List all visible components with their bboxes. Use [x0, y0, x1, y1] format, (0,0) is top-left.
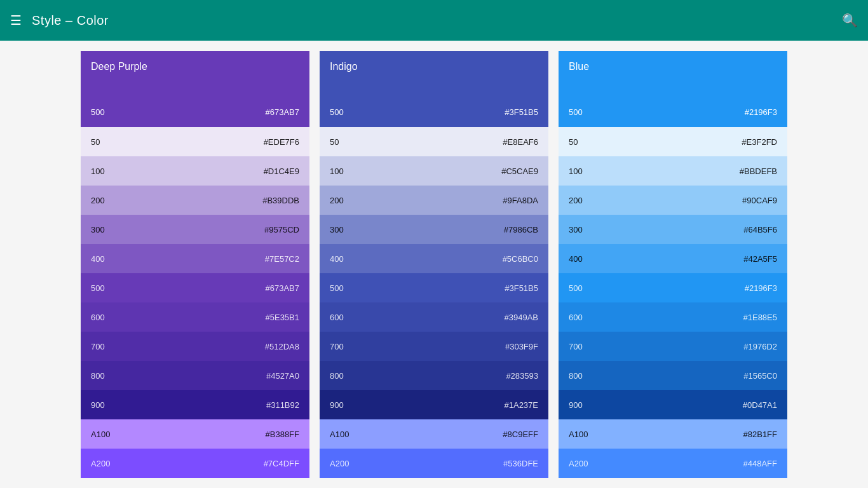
shade-hex: #303F9F	[505, 342, 538, 351]
shade-hex: #1976D2	[743, 342, 777, 351]
shade-hex: #D1C4E9	[264, 166, 299, 176]
search-icon[interactable]: 🔍	[842, 13, 858, 28]
shade-hex: #1A237E	[505, 400, 539, 410]
shade-row-50: 50#E3F2FD	[559, 127, 787, 156]
shade-label: 900	[569, 400, 583, 410]
shade-row-900: 900#0D47A1	[559, 390, 787, 419]
shade-hex: #1E88E5	[743, 313, 778, 322]
swatch-name: Blue	[569, 61, 777, 72]
shade-hex: #4527A0	[266, 371, 299, 381]
swatch-hex-label: #2196F3	[745, 107, 777, 117]
shade-row-200: 200#90CAF9	[559, 186, 787, 215]
shade-hex: #8C9EFF	[503, 430, 538, 439]
shade-label: A100	[91, 430, 110, 439]
shade-label: 300	[91, 225, 105, 234]
color-palette-grid: Deep Purple500#673AB750#EDE7F6100#D1C4E9…	[0, 41, 868, 488]
shade-hex: #9FA8DA	[503, 196, 538, 205]
shade-label: 500	[330, 283, 344, 293]
color-column-deep-purple: Deep Purple500#673AB750#EDE7F6100#D1C4E9…	[81, 51, 309, 478]
shade-row-A100: A100#82B1FF	[559, 419, 787, 449]
shade-hex: #1565C0	[743, 371, 777, 381]
main-swatch-0: Deep Purple500#673AB7	[81, 51, 309, 127]
shade-label: 50	[330, 137, 339, 147]
shade-row-50: 50#E8EAF6	[320, 127, 548, 156]
shade-hex: #7C4DFF	[264, 459, 299, 468]
shade-label: 600	[569, 313, 583, 322]
swatch-name: Deep Purple	[91, 61, 299, 72]
shade-hex: #C5CAE9	[501, 166, 538, 176]
shade-label: 600	[91, 313, 105, 322]
shade-row-300: 300#9575CD	[81, 215, 309, 244]
shade-label: 800	[330, 371, 344, 381]
shade-row-700: 700#1976D2	[559, 332, 787, 361]
shade-label: 700	[330, 342, 344, 351]
shade-label: 400	[569, 254, 583, 264]
shade-hex: #0D47A1	[743, 400, 777, 410]
shade-row-100: 100#BBDEFB	[559, 156, 787, 186]
shade-row-A200: A200#7C4DFF	[81, 449, 309, 478]
main-swatch-1: Indigo500#3F51B5	[320, 51, 548, 127]
shade-hex: #9575CD	[264, 225, 299, 234]
shade-hex: #5C6BC0	[503, 254, 538, 264]
swatch-shade-label: 500	[91, 107, 105, 117]
shade-row-200: 200#9FA8DA	[320, 186, 548, 215]
shade-row-800: 800#1565C0	[559, 361, 787, 390]
shade-row-700: 700#303F9F	[320, 332, 548, 361]
shade-row-900: 900#1A237E	[320, 390, 548, 419]
shade-hex: #B39DDB	[262, 196, 299, 205]
shade-hex: #7E57C2	[265, 254, 299, 264]
shade-hex: #64B5F6	[743, 225, 777, 234]
shade-label: A200	[91, 459, 110, 468]
shade-row-900: 900#311B92	[81, 390, 309, 419]
shade-label: 300	[330, 225, 344, 234]
shade-row-500: 500#2196F3	[559, 273, 787, 302]
shade-label: 600	[330, 313, 344, 322]
shade-row-A200: A200#536DFE	[320, 449, 548, 478]
shade-row-A100: A100#B388FF	[81, 419, 309, 449]
shade-label: A100	[330, 430, 349, 439]
shade-label: 200	[569, 196, 583, 205]
swatch-hex-label: #673AB7	[266, 107, 300, 117]
shade-hex: #E8EAF6	[503, 137, 538, 147]
shade-label: 100	[91, 166, 105, 176]
shade-hex: #2196F3	[745, 283, 777, 293]
shade-hex: #3949AB	[505, 313, 539, 322]
shade-hex: #673AB7	[266, 283, 300, 293]
shade-row-300: 300#64B5F6	[559, 215, 787, 244]
shade-row-500: 500#673AB7	[81, 273, 309, 302]
shade-hex: #7986CB	[504, 225, 538, 234]
shade-label: A100	[569, 430, 588, 439]
shade-label: 400	[330, 254, 344, 264]
shade-label: 900	[91, 400, 105, 410]
shade-hex: #42A5F5	[743, 254, 777, 264]
shade-label: 500	[569, 283, 583, 293]
shade-row-100: 100#D1C4E9	[81, 156, 309, 186]
shade-row-600: 600#5E35B1	[81, 302, 309, 332]
shade-row-600: 600#1E88E5	[559, 302, 787, 332]
shade-hex: #536DFE	[503, 459, 538, 468]
swatch-hex-label: #3F51B5	[505, 107, 538, 117]
shade-row-400: 400#42A5F5	[559, 244, 787, 273]
page-title: Style – Color	[32, 13, 109, 28]
shade-hex: #311B92	[266, 400, 299, 410]
shade-label: 100	[330, 166, 344, 176]
shade-label: 900	[330, 400, 344, 410]
shade-hex: #EDE7F6	[264, 137, 299, 147]
shade-label: 50	[569, 137, 578, 147]
shade-hex: #BBDEFB	[740, 166, 777, 176]
shade-row-700: 700#512DA8	[81, 332, 309, 361]
color-column-blue: Blue500#2196F350#E3F2FD100#BBDEFB200#90C…	[559, 51, 787, 478]
shade-row-300: 300#7986CB	[320, 215, 548, 244]
shade-hex: #512DA8	[265, 342, 299, 351]
shade-row-400: 400#5C6BC0	[320, 244, 548, 273]
shade-row-400: 400#7E57C2	[81, 244, 309, 273]
shade-label: 800	[91, 371, 105, 381]
shade-row-500: 500#3F51B5	[320, 273, 548, 302]
shade-row-800: 800#283593	[320, 361, 548, 390]
swatch-shade-label: 500	[569, 107, 583, 117]
menu-icon[interactable]: ☰	[10, 13, 22, 28]
shade-label: 50	[91, 137, 100, 147]
shade-label: 400	[91, 254, 105, 264]
shade-row-A100: A100#8C9EFF	[320, 419, 548, 449]
shade-hex: #90CAF9	[742, 196, 777, 205]
